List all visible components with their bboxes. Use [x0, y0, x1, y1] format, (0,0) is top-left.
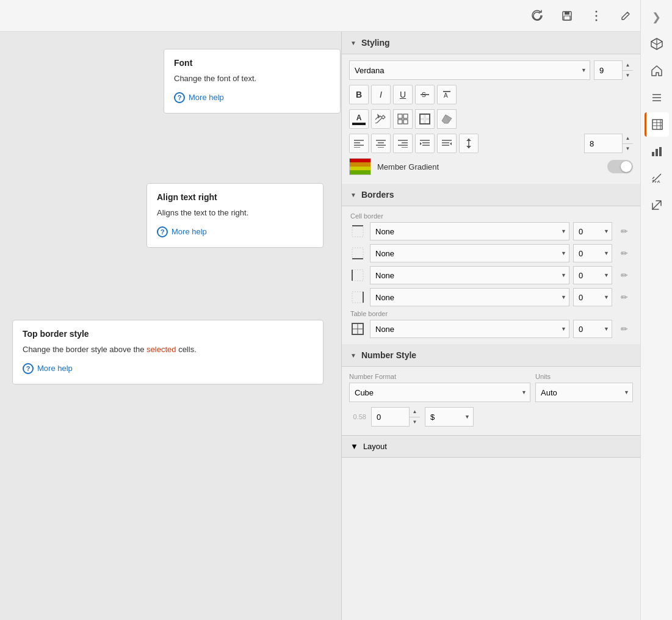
font-family-select[interactable]: Verdana Arial Times New Roman Courier Ne… [349, 60, 590, 80]
italic-button[interactable]: I [371, 85, 391, 104]
border-outer-button[interactable] [415, 109, 435, 129]
table-border-color[interactable]: ✏ [616, 320, 633, 337]
border-row-3: NoneSolidDashed 012 ✏ [349, 266, 633, 284]
table-border-size-select[interactable]: 012 [573, 320, 612, 338]
font-size-down[interactable]: ▼ [623, 71, 633, 81]
border-select-1[interactable]: NoneSolidDashed [370, 222, 569, 240]
border-size-4[interactable]: 012 [573, 288, 612, 306]
fill-color-button[interactable] [371, 109, 391, 129]
border-style-3[interactable]: NoneSolidDashed [370, 266, 569, 284]
strikethrough-btn2[interactable]: A [437, 85, 457, 104]
font-color-button[interactable]: A [349, 109, 369, 129]
units-label: Units [535, 373, 633, 380]
border-all-button[interactable] [393, 109, 413, 129]
font-tooltip-card: Font Change the font of text. ? More hel… [164, 49, 341, 114]
sidebar-arrow-icon[interactable] [645, 193, 669, 217]
indent-increase-button[interactable] [415, 134, 435, 153]
number-format-wrap[interactable]: Cube Number Currency Percentage Date [349, 383, 530, 402]
sidebar-chevron-right[interactable]: ❯ [645, 5, 669, 29]
number-format-select[interactable]: Cube Number Currency Percentage Date [349, 383, 530, 402]
sidebar-ruler-icon[interactable] [645, 166, 669, 190]
align-left-button[interactable] [349, 134, 369, 153]
borders-section-header[interactable]: ▼ Borders [342, 184, 640, 206]
units-wrap[interactable]: Auto Thousands Millions Billions [535, 383, 633, 402]
styling-section-header[interactable]: ▼ Styling [342, 32, 640, 54]
eraser-button[interactable] [437, 109, 457, 129]
svg-text:A: A [444, 92, 448, 99]
border-select-2[interactable]: NoneSolidDashed [370, 244, 569, 262]
ns-extra-row: 0.58 ▲ ▼ $ € £ ¥ [349, 407, 633, 427]
align-help-icon[interactable]: ? [157, 226, 168, 237]
edit-button[interactable] [616, 6, 635, 26]
border-size-select-3[interactable]: 012 [573, 266, 612, 284]
border-size-1[interactable]: 012 [573, 222, 612, 240]
save-button[interactable] [557, 6, 577, 26]
table-border-label: Table border [349, 310, 633, 317]
borders-section-title: Borders [361, 190, 394, 200]
border-select-4[interactable]: NoneSolidDashed [370, 288, 569, 306]
font-size-up[interactable]: ▲ [623, 60, 633, 71]
bold-button[interactable]: B [349, 85, 369, 104]
border-color-4[interactable]: ✏ [616, 289, 633, 306]
svg-text:S: S [422, 92, 426, 98]
font-help-icon[interactable]: ? [174, 92, 185, 103]
currency-select[interactable]: $ € £ ¥ [425, 407, 474, 427]
border-style-4[interactable]: NoneSolidDashed [370, 288, 569, 306]
border-color-1[interactable]: ✏ [616, 223, 633, 240]
border-color-3[interactable]: ✏ [616, 267, 633, 284]
sidebar-table-icon[interactable] [645, 112, 669, 137]
line-height-up[interactable]: ▲ [623, 134, 633, 144]
line-height-down[interactable]: ▼ [623, 144, 633, 154]
units-select[interactable]: Auto Thousands Millions Billions [535, 383, 633, 402]
decimal-up[interactable]: ▲ [410, 407, 420, 417]
font-family-wrap[interactable]: Verdana Arial Times New Roman Courier Ne… [349, 60, 590, 80]
borders-triangle: ▼ [350, 192, 356, 198]
styling-panel: ▼ Styling Verdana Arial Times New Roman … [341, 32, 640, 620]
font-color-bar [352, 123, 366, 125]
svg-rect-9 [652, 120, 662, 129]
strikethrough-button[interactable]: S [415, 85, 435, 104]
sidebar-chart-icon[interactable] [645, 139, 669, 164]
number-style-section-header[interactable]: ▼ Number Style [342, 344, 640, 367]
font-more-help[interactable]: ? More help [174, 92, 330, 103]
border-style-1[interactable]: NoneSolidDashed [370, 222, 569, 240]
table-border-style[interactable]: NoneSolidDashed [370, 320, 569, 338]
border-size-select-2[interactable]: 012 [573, 244, 612, 262]
border-style-2[interactable]: NoneSolidDashed [370, 244, 569, 262]
number-style-section-title: Number Style [361, 350, 416, 360]
top-border-more-help[interactable]: ? More help [23, 363, 313, 374]
sidebar-home-icon[interactable] [645, 59, 669, 83]
border-size-2[interactable]: 012 [573, 244, 612, 262]
border-bottom-icon [349, 245, 366, 262]
currency-wrap[interactable]: $ € £ ¥ [425, 407, 474, 427]
border-select-3[interactable]: NoneSolidDashed [370, 266, 569, 284]
border-size-3[interactable]: 012 [573, 266, 612, 284]
align-center-button[interactable] [371, 134, 391, 153]
member-gradient-toggle[interactable] [607, 160, 633, 173]
border-size-select-4[interactable]: 012 [573, 288, 612, 306]
decimal-down[interactable]: ▼ [410, 417, 420, 427]
align-right-more-help[interactable]: ? More help [157, 226, 313, 237]
table-border-size[interactable]: 012 [573, 320, 612, 338]
top-border-help-icon[interactable]: ? [23, 363, 34, 374]
reload-button[interactable] [528, 6, 547, 26]
layout-section-header[interactable]: ▼ Layout [342, 435, 640, 458]
vertical-align-button[interactable] [459, 134, 479, 153]
top-border-card-desc: Change the border style above the select… [23, 344, 313, 356]
gradient-preview [349, 158, 371, 175]
indent-decrease-button[interactable] [437, 134, 457, 153]
sidebar-list-icon[interactable] [645, 85, 669, 110]
decimal-placeholder: 0.58 [349, 413, 366, 420]
svg-rect-21 [398, 114, 402, 118]
underline-button[interactable]: U [393, 85, 413, 104]
table-border-select[interactable]: NoneSolidDashed [370, 320, 569, 338]
more-button[interactable] [587, 6, 606, 26]
member-gradient-row: Member Gradient [349, 158, 633, 175]
align-right-button[interactable] [393, 134, 413, 153]
border-size-select-1[interactable]: 012 [573, 222, 612, 240]
sidebar-cube-icon[interactable] [645, 32, 669, 56]
layout-triangle: ▼ [350, 442, 358, 451]
svg-point-4 [596, 15, 598, 16]
border-color-2[interactable]: ✏ [616, 245, 633, 262]
member-gradient-label: Member Gradient [377, 162, 601, 171]
